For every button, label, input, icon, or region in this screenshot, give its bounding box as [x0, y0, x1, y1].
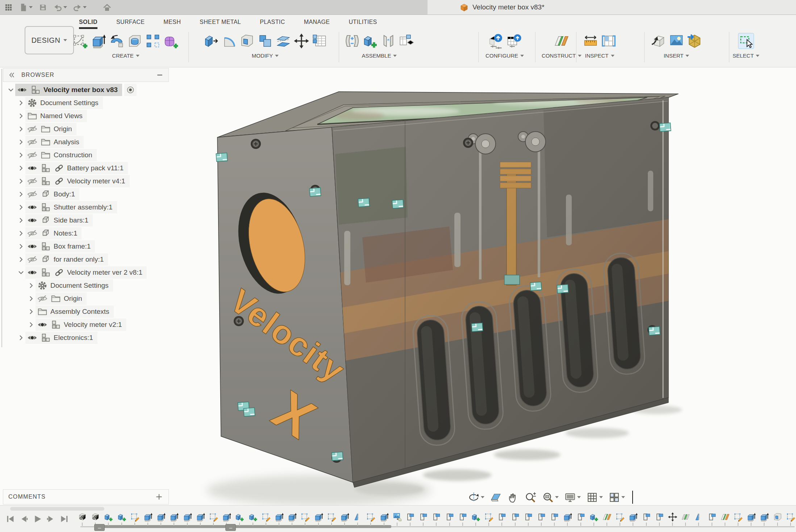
- viewports-tool[interactable]: [607, 491, 627, 503]
- browser-item-velocity-meter-box-v83[interactable]: Velocity meter box v83: [15, 84, 122, 96]
- split-body-button[interactable]: [275, 33, 291, 49]
- browser-row-body-1[interactable]: Body:1: [3, 188, 169, 201]
- timeline-feature-sketch-15[interactable]: [261, 512, 271, 522]
- timeline-feature-sketch-18[interactable]: [300, 512, 310, 522]
- look-at-tool[interactable]: [488, 491, 504, 503]
- timeline-feature-move-46[interactable]: [668, 512, 678, 522]
- timeline-feature-joint-27[interactable]: [418, 512, 428, 522]
- browser-item-side-bars-1[interactable]: Side bars:1: [25, 214, 93, 226]
- browser-item-battery-pack-v11-1[interactable]: Battery pack v11:1: [25, 162, 128, 174]
- timeline-feature-sketch-23[interactable]: [366, 512, 376, 522]
- browser-row-document-settings[interactable]: Document Settings: [3, 279, 169, 292]
- change-parameters-button[interactable]: [312, 33, 328, 49]
- browser-row-battery-pack-v11-1[interactable]: Battery pack v11:1: [3, 162, 169, 175]
- step-back-button[interactable]: [18, 514, 29, 524]
- chevron-right-icon[interactable]: [27, 294, 36, 303]
- create-form-button[interactable]: [163, 33, 179, 49]
- collapse-panel-icon[interactable]: [8, 71, 16, 79]
- browser-item-shutter-assembly-1[interactable]: Shutter assembly:1: [25, 201, 117, 213]
- go-to-start-button[interactable]: [5, 514, 16, 524]
- browser-row-velocity-meter-v2-1[interactable]: Velocity meter v2:1: [3, 318, 169, 331]
- timeline-feature-link-2[interactable]: [91, 512, 100, 522]
- browser-item-construction[interactable]: Construction: [25, 149, 97, 161]
- measure-button[interactable]: [583, 33, 599, 49]
- move-copy-button[interactable]: [293, 33, 309, 49]
- app-grid-button[interactable]: [2, 1, 15, 13]
- timeline-feature-extrude-43[interactable]: [628, 512, 638, 522]
- visibility-eye-off-icon[interactable]: [27, 228, 38, 239]
- chevron-right-icon[interactable]: [17, 164, 25, 173]
- visibility-eye-icon[interactable]: [27, 332, 38, 343]
- chevron-right-icon[interactable]: [27, 281, 36, 290]
- new-component-button[interactable]: [362, 33, 378, 49]
- tab-sheet-metal[interactable]: SHEET METAL: [200, 19, 241, 29]
- browser-item-origin[interactable]: Origin: [25, 123, 76, 135]
- visibility-eye-icon[interactable]: [37, 319, 48, 330]
- joint-origin-button[interactable]: [399, 33, 414, 49]
- orbit-tool[interactable]: [466, 491, 486, 503]
- canvas-r-button[interactable]: [668, 33, 684, 49]
- visibility-eye-off-icon[interactable]: [27, 176, 38, 187]
- timeline-feature-extrude-9[interactable]: [183, 512, 192, 522]
- timeline-feature-sketch-55[interactable]: [786, 512, 796, 522]
- browser-row-named-views[interactable]: Named Views: [3, 109, 169, 122]
- browser-row-box-frame-1[interactable]: Box frame:1: [3, 240, 169, 253]
- zoom-tool[interactable]: [523, 491, 538, 503]
- timeline-feature-joint-30[interactable]: [458, 512, 468, 522]
- home-button[interactable]: [101, 1, 113, 13]
- browser-item-for-rander-only-1[interactable]: for rander only:1: [25, 253, 108, 266]
- shell-button[interactable]: [239, 33, 255, 49]
- fillet-button[interactable]: [221, 33, 237, 49]
- browser-row-for-rander-only-1[interactable]: for rander only:1: [3, 253, 169, 266]
- timeline-feature-sketch-5[interactable]: [130, 512, 140, 522]
- timeline-feature-component-13[interactable]: [235, 512, 245, 522]
- chevron-right-icon[interactable]: [17, 203, 25, 212]
- timeline-feature-extrude-10[interactable]: [196, 512, 205, 522]
- select-window-button[interactable]: [738, 33, 754, 49]
- construct-plane-button[interactable]: [554, 33, 570, 49]
- timeline-feature-extrude-7[interactable]: [156, 512, 166, 522]
- comments-bar[interactable]: COMMENTS: [3, 489, 169, 504]
- timeline-feature-shell-54[interactable]: [773, 512, 783, 522]
- create-sketch-button[interactable]: [72, 33, 88, 49]
- browser-row-origin[interactable]: Origin: [3, 122, 169, 136]
- minimize-panel-icon[interactable]: [155, 71, 164, 79]
- browser-item-electronics-1[interactable]: Electronics:1: [25, 332, 97, 344]
- browser-row-document-settings[interactable]: Document Settings: [3, 96, 169, 109]
- browser-item-origin[interactable]: Origin: [36, 292, 87, 305]
- browser-item-analysis[interactable]: Analysis: [25, 136, 84, 148]
- visibility-eye-off-icon[interactable]: [27, 189, 38, 200]
- timeline-feature-extrude-19[interactable]: [314, 512, 324, 522]
- chevron-right-icon[interactable]: [17, 242, 25, 251]
- ribbon-group-label-modify[interactable]: MODIFY: [252, 53, 279, 59]
- timeline-feature-component-3[interactable]: [104, 512, 113, 522]
- ribbon-group-label-select[interactable]: SELECT: [733, 53, 759, 59]
- chevron-right-icon[interactable]: [17, 255, 25, 264]
- browser-item-named-views[interactable]: Named Views: [25, 110, 87, 122]
- document-tab[interactable]: Velocity meter box v83*: [428, 0, 796, 14]
- tab-manage[interactable]: MANAGE: [304, 19, 330, 29]
- timeline-feature-extrude-17[interactable]: [287, 512, 297, 522]
- press-pull-button[interactable]: [203, 33, 219, 49]
- timeline-feature-extrude-38[interactable]: [563, 512, 572, 522]
- timeline-feature-component-4[interactable]: [117, 512, 127, 522]
- browser-item-notes-1[interactable]: Notes:1: [25, 227, 82, 240]
- visibility-eye-off-icon[interactable]: [27, 150, 38, 161]
- browser-row-notes-1[interactable]: Notes:1: [3, 227, 169, 240]
- timeline-feature-sketch-11[interactable]: [209, 512, 218, 522]
- timeline-track-active[interactable]: [95, 525, 391, 528]
- ribbon-group-label-create[interactable]: CREATE: [112, 53, 139, 59]
- visibility-eye-icon[interactable]: [27, 215, 38, 226]
- chevron-right-icon[interactable]: [17, 177, 25, 186]
- browser-row-analysis[interactable]: Analysis: [3, 136, 169, 149]
- timeline-feature-canvas-25[interactable]: [392, 512, 402, 522]
- timeline-feature-link-1[interactable]: [78, 512, 87, 522]
- timeline-feature-sketch-51[interactable]: [733, 512, 743, 522]
- insert-mesh-button[interactable]: [687, 33, 703, 49]
- timeline-feature-extrude-6[interactable]: [143, 512, 153, 522]
- undo-button[interactable]: [51, 1, 69, 13]
- browser-row-velocity-meter-box-v83[interactable]: Velocity meter box v83: [3, 83, 169, 96]
- redo-button[interactable]: [71, 1, 88, 13]
- browser-item-body-1[interactable]: Body:1: [25, 188, 79, 200]
- display-settings-tool[interactable]: [562, 491, 583, 503]
